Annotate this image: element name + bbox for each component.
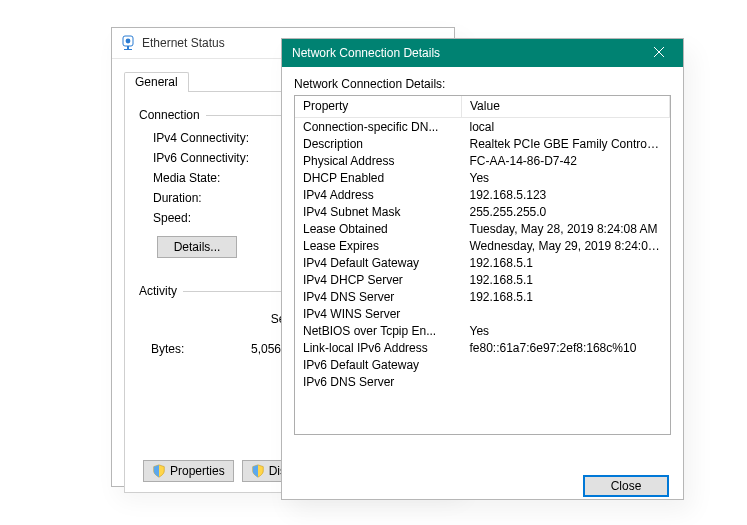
table-row[interactable]: DHCP EnabledYes [295,169,670,186]
value-cell: Yes [462,322,670,339]
property-cell: NetBIOS over Tcpip En... [295,322,462,339]
properties-button-label: Properties [170,464,225,478]
property-cell: IPv4 WINS Server [295,305,462,322]
value-cell [462,356,670,373]
value-cell: Tuesday, May 28, 2019 8:24:08 AM [462,220,670,237]
group-connection-label: Connection [137,108,206,122]
status-title: Ethernet Status [142,36,225,50]
value-cell: 192.168.5.1 [462,254,670,271]
property-cell: IPv4 DHCP Server [295,271,462,288]
value-cell: Realtek PCIe GBE Family Controller [462,135,670,152]
property-cell: IPv6 Default Gateway [295,356,462,373]
table-row[interactable]: Lease ExpiresWednesday, May 29, 2019 8:2… [295,237,670,254]
table-row[interactable]: IPv4 DHCP Server192.168.5.1 [295,271,670,288]
value-cell: 255.255.255.0 [462,203,670,220]
value-cell: Yes [462,169,670,186]
shield-icon [152,464,166,478]
close-button[interactable]: Close [583,475,669,497]
svg-rect-1 [127,46,129,49]
network-details-window: Network Connection Details Network Conne… [281,38,684,500]
table-row[interactable]: IPv6 Default Gateway [295,356,670,373]
table-row[interactable]: Connection-specific DN...local [295,118,670,136]
table-row[interactable]: IPv6 DNS Server [295,373,670,390]
titlebar-close-button[interactable] [639,41,679,65]
svg-point-3 [126,38,131,43]
value-cell: fe80::61a7:6e97:2ef8:168c%10 [462,339,670,356]
table-row[interactable]: IPv4 Address192.168.5.123 [295,186,670,203]
property-cell: IPv6 DNS Server [295,373,462,390]
table-row[interactable]: IPv4 Default Gateway192.168.5.1 [295,254,670,271]
table-row[interactable]: Lease ObtainedTuesday, May 28, 2019 8:24… [295,220,670,237]
table-row[interactable]: Link-local IPv6 Addressfe80::61a7:6e97:2… [295,339,670,356]
group-activity-label: Activity [137,284,183,298]
value-cell [462,373,670,390]
property-cell: IPv4 Subnet Mask [295,203,462,220]
value-cell: Wednesday, May 29, 2019 8:24:08 AM [462,237,670,254]
value-cell: 192.168.5.123 [462,186,670,203]
property-cell: Physical Address [295,152,462,169]
col-property[interactable]: Property [295,96,462,118]
property-cell: Connection-specific DN... [295,118,462,136]
property-cell: DHCP Enabled [295,169,462,186]
bytes-label: Bytes: [151,342,251,356]
table-row[interactable]: IPv4 WINS Server [295,305,670,322]
property-cell: Link-local IPv6 Address [295,339,462,356]
value-cell: 192.168.5.1 [462,288,670,305]
value-cell [462,305,670,322]
value-cell: FC-AA-14-86-D7-42 [462,152,670,169]
details-title: Network Connection Details [292,46,440,60]
table-row[interactable]: IPv4 DNS Server192.168.5.1 [295,288,670,305]
table-row[interactable]: IPv4 Subnet Mask255.255.255.0 [295,203,670,220]
shield-icon [251,464,265,478]
property-cell: Description [295,135,462,152]
table-row[interactable]: Physical AddressFC-AA-14-86-D7-42 [295,152,670,169]
property-cell: Lease Expires [295,237,462,254]
details-titlebar[interactable]: Network Connection Details [282,39,683,67]
property-cell: Lease Obtained [295,220,462,237]
col-value[interactable]: Value [462,96,670,118]
close-icon [654,46,664,60]
svg-rect-2 [124,49,132,50]
details-label: Network Connection Details: [294,77,671,95]
property-cell: IPv4 Default Gateway [295,254,462,271]
property-cell: IPv4 DNS Server [295,288,462,305]
tab-general[interactable]: General [124,72,189,92]
table-row[interactable]: DescriptionRealtek PCIe GBE Family Contr… [295,135,670,152]
value-cell: 192.168.5.1 [462,271,670,288]
details-button[interactable]: Details... [157,236,237,258]
value-cell: local [462,118,670,136]
details-table: Property Value Connection-specific DN...… [294,95,671,435]
ethernet-icon [120,34,142,53]
table-row[interactable]: NetBIOS over Tcpip En...Yes [295,322,670,339]
property-cell: IPv4 Address [295,186,462,203]
properties-button[interactable]: Properties [143,460,234,482]
